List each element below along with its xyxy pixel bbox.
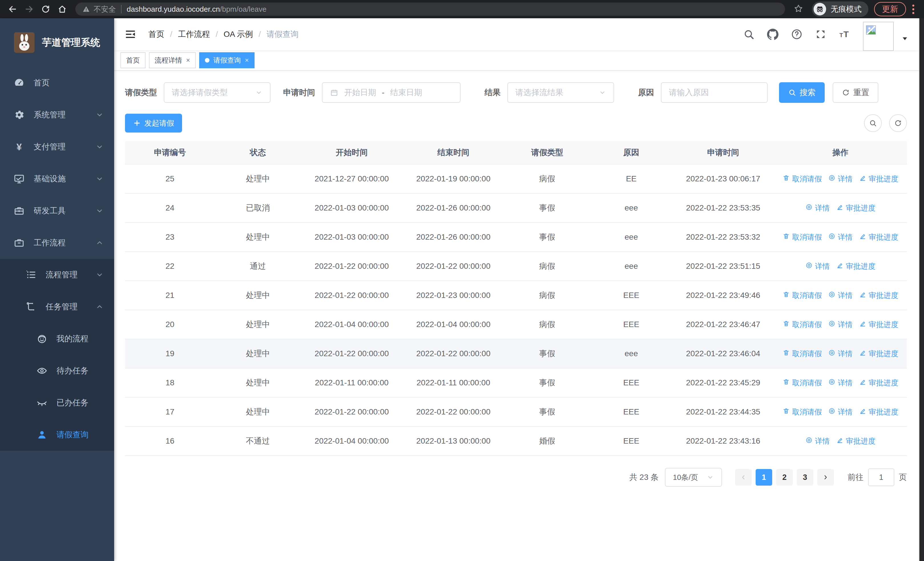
browser-update-button[interactable]: 更新 <box>874 2 906 16</box>
action-label: 审批进度 <box>846 261 876 271</box>
action-label: 详情 <box>838 174 853 184</box>
goto-page-input[interactable]: 1 <box>868 468 894 486</box>
tab-首页[interactable]: 首页 <box>120 52 146 68</box>
page-button-1[interactable]: 1 <box>756 469 772 486</box>
bookmark-star-icon[interactable] <box>794 4 803 15</box>
sidebar-item-已办任务[interactable]: 已办任务 <box>0 387 114 419</box>
detail-link[interactable]: 详情 <box>828 174 853 184</box>
approval-progress-link[interactable]: 审批进度 <box>836 436 876 446</box>
action-label: 审批进度 <box>868 349 898 359</box>
detail-link[interactable]: 详情 <box>828 378 853 388</box>
result-select[interactable]: 请选择流结果 <box>507 82 614 103</box>
font-size-icon[interactable]: TT <box>839 29 850 40</box>
breadcrumb-item-工作流程[interactable]: 工作流程 <box>178 29 210 40</box>
detail-link[interactable]: 详情 <box>805 436 830 446</box>
sidebar: 芋道管理系统 首页系统管理¥支付管理基础设施研发工具工作流程流程管理任务管理我的… <box>0 18 114 561</box>
approval-progress-link[interactable]: 审批进度 <box>859 290 898 301</box>
sidebar-item-研发工具[interactable]: 研发工具 <box>0 195 114 227</box>
search-icon[interactable] <box>743 29 754 40</box>
column-header-申请时间: 申请时间 <box>672 141 774 164</box>
detail-link[interactable]: 详情 <box>828 320 853 329</box>
sidebar-item-首页[interactable]: 首页 <box>0 67 114 99</box>
cancel-leave-link[interactable]: 取消请假 <box>783 290 822 301</box>
pen-icon <box>859 233 866 242</box>
sidebar-collapse-icon[interactable] <box>124 28 136 40</box>
sidebar-item-支付管理[interactable]: ¥支付管理 <box>0 131 114 163</box>
browser-back-icon[interactable] <box>5 2 20 17</box>
column-header-结束时间: 结束时间 <box>403 141 504 164</box>
approval-progress-link[interactable]: 审批进度 <box>859 232 898 242</box>
close-icon[interactable]: × <box>186 57 190 64</box>
sidebar-item-基础设施[interactable]: 基础设施 <box>0 163 114 195</box>
approval-progress-link[interactable]: 审批进度 <box>859 174 898 184</box>
breadcrumb-item-首页[interactable]: 首页 <box>148 29 164 40</box>
toggle-search-button[interactable] <box>864 114 882 132</box>
svg-text:T: T <box>843 29 849 39</box>
fullscreen-icon[interactable] <box>815 29 826 40</box>
page-size-select[interactable]: 10条/页 <box>665 468 722 487</box>
detail-link[interactable]: 详情 <box>828 290 853 301</box>
cell-status: 处理中 <box>215 339 301 368</box>
github-icon[interactable] <box>767 29 778 40</box>
cancel-leave-link[interactable]: 取消请假 <box>783 349 822 359</box>
approval-progress-link[interactable]: 审批进度 <box>859 320 898 329</box>
prev-page-button[interactable] <box>735 469 752 486</box>
approval-progress-link[interactable]: 审批进度 <box>859 349 898 359</box>
detail-link[interactable]: 详情 <box>828 232 853 242</box>
action-label: 审批进度 <box>868 407 898 417</box>
close-icon[interactable]: × <box>245 57 249 64</box>
approval-progress-link[interactable]: 审批进度 <box>859 407 898 417</box>
tab-流程详情[interactable]: 流程详情× <box>149 52 196 68</box>
avatar[interactable] <box>863 22 894 51</box>
sidebar-item-系统管理[interactable]: 系统管理 <box>0 99 114 131</box>
apply-time-range-input[interactable]: 开始日期 - 结束日期 <box>322 82 460 103</box>
detail-link[interactable]: 详情 <box>828 349 853 359</box>
next-page-button[interactable] <box>817 469 834 486</box>
user-menu-caret-icon[interactable] <box>901 35 909 42</box>
tree-icon <box>25 301 37 313</box>
reason-input[interactable]: 请输入原因 <box>661 82 768 103</box>
address-bar[interactable]: 不安全 dashboard.yudao.iocoder.cn/bpm/oa/le… <box>75 3 785 16</box>
sidebar-item-任务管理[interactable]: 任务管理 <box>0 291 114 323</box>
approval-progress-link[interactable]: 审批进度 <box>836 261 876 271</box>
refresh-table-button[interactable] <box>889 114 907 132</box>
browser-menu-icon[interactable] <box>908 5 919 14</box>
approval-progress-link[interactable]: 审批进度 <box>836 203 876 213</box>
breadcrumb-item-请假查询: 请假查询 <box>267 29 298 40</box>
browser-home-icon[interactable] <box>55 2 70 17</box>
approval-progress-link[interactable]: 审批进度 <box>859 378 898 388</box>
breadcrumb-item-OA 示例[interactable]: OA 示例 <box>224 29 253 40</box>
detail-link[interactable]: 详情 <box>828 407 853 417</box>
action-label: 取消请假 <box>792 174 822 184</box>
cancel-leave-link[interactable]: 取消请假 <box>783 232 822 242</box>
search-button[interactable]: 搜索 <box>779 82 825 103</box>
help-icon[interactable] <box>791 29 802 40</box>
create-leave-button[interactable]: 发起请假 <box>125 114 182 132</box>
sidebar-item-请假查询[interactable]: 请假查询 <box>0 419 114 451</box>
tab-请假查询[interactable]: 请假查询× <box>199 52 255 68</box>
cancel-leave-link[interactable]: 取消请假 <box>783 320 822 329</box>
detail-link[interactable]: 详情 <box>805 261 830 271</box>
pen-icon <box>836 262 843 271</box>
pen-icon <box>859 320 866 329</box>
browser-forward-icon[interactable] <box>22 2 36 17</box>
sidebar-item-我的流程[interactable]: 我的流程 <box>0 323 114 355</box>
action-label: 详情 <box>838 349 853 359</box>
detail-link[interactable]: 详情 <box>805 203 830 213</box>
sidebar-item-工作流程[interactable]: 工作流程 <box>0 227 114 259</box>
sidebar-item-流程管理[interactable]: 流程管理 <box>0 259 114 291</box>
cell-id: 17 <box>125 397 215 426</box>
top-navbar: 首页/工作流程/OA 示例/请假查询 TT <box>114 18 919 50</box>
reset-button[interactable]: 重置 <box>832 82 878 103</box>
cell-actions: 取消请假详情审批进度 <box>774 164 907 193</box>
leave-type-select[interactable]: 请选择请假类型 <box>164 82 270 103</box>
cancel-leave-link[interactable]: 取消请假 <box>783 174 822 184</box>
page-button-2[interactable]: 2 <box>776 469 793 486</box>
cancel-leave-link[interactable]: 取消请假 <box>783 378 822 388</box>
cell-start: 2022-01-22 00:00:00 <box>301 339 402 368</box>
cancel-leave-link[interactable]: 取消请假 <box>783 407 822 417</box>
page-button-3[interactable]: 3 <box>797 469 813 486</box>
sidebar-item-待办任务[interactable]: 待办任务 <box>0 355 114 387</box>
tab-label: 流程详情 <box>154 56 182 65</box>
browser-reload-icon[interactable] <box>38 2 53 17</box>
